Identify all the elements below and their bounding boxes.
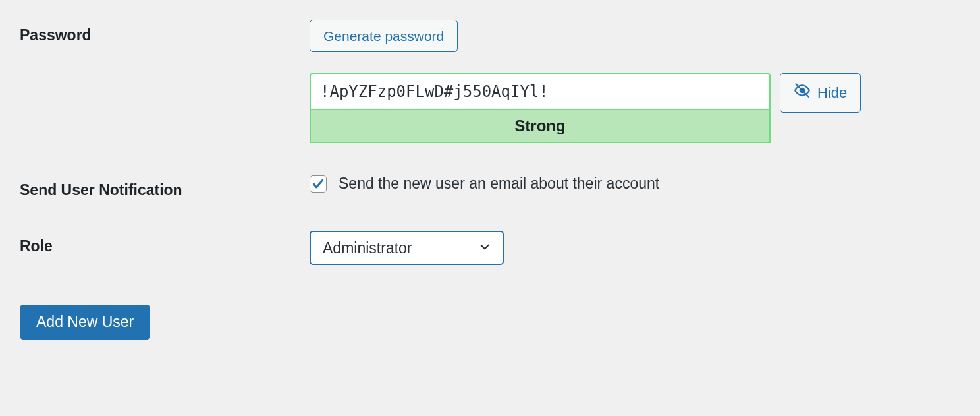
notification-checkbox-label[interactable]: Send the new user an email about their a… [339,175,659,193]
role-label: Role [20,231,310,255]
role-row: Role Administrator [20,231,960,265]
password-label: Password [20,20,310,44]
role-select[interactable]: Administrator [310,231,504,265]
notification-controls: Send the new user an email about their a… [310,175,960,193]
checkmark-icon [312,177,325,191]
password-input-wrap: Strong Hide [310,73,960,143]
role-select-wrap: Administrator [310,231,504,265]
submit-row: Add New User [20,305,960,340]
password-input[interactable] [310,73,771,110]
notification-checkbox[interactable] [310,175,327,193]
notification-row: Send User Notification Send the new user… [20,175,960,199]
password-strength-meter: Strong [310,110,771,143]
role-controls: Administrator [310,231,960,265]
notification-checkbox-wrap: Send the new user an email about their a… [310,175,960,193]
generate-password-label: Generate password [323,27,444,45]
password-controls: Generate password Strong Hide [310,20,960,143]
generate-password-button[interactable]: Generate password [310,20,458,52]
notification-label: Send User Notification [20,175,310,199]
eye-slash-icon [794,82,811,104]
password-column: Strong [310,73,771,143]
add-new-user-button[interactable]: Add New User [20,305,150,340]
add-new-user-label: Add New User [36,313,134,330]
hide-password-button[interactable]: Hide [780,73,861,113]
password-row: Password Generate password Strong Hide [20,20,960,143]
hide-password-label: Hide [817,84,847,103]
